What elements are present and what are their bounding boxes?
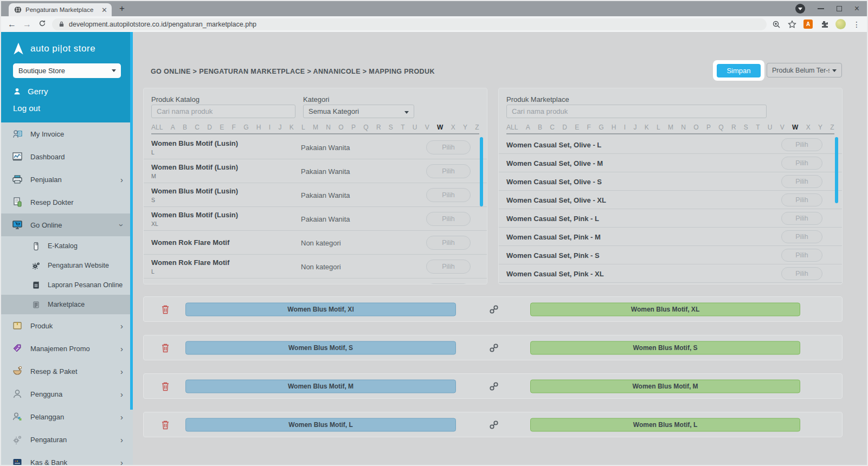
catalog-mapped-pill[interactable]: Women Blus Motif, S	[185, 341, 456, 354]
profile-avatar[interactable]	[835, 19, 846, 29]
alphabet-letter-b[interactable]: B	[183, 124, 187, 131]
alphabet-letter-h[interactable]: H	[612, 124, 616, 131]
sidebar-item-produk[interactable]: Produk ›	[1, 314, 133, 337]
marketplace-mapped-pill[interactable]: Women Blus Motif, M	[530, 379, 800, 393]
pilih-button[interactable]: Pilih	[426, 164, 471, 178]
catalog-mapped-pill[interactable]: Women Blus Motif, Xl	[185, 302, 456, 316]
alphabet-letter-u[interactable]: U	[413, 124, 417, 131]
alphabet-letter-f[interactable]: F	[587, 124, 591, 131]
alphabet-letter-v[interactable]: V	[780, 124, 785, 131]
alphabet-letter-x[interactable]: X	[451, 124, 455, 131]
alphabet-letter-q[interactable]: Q	[718, 124, 723, 131]
marketplace-mapped-pill[interactable]: Women Blus Motif, XL	[530, 302, 800, 316]
alphabet-letter-s[interactable]: S	[389, 124, 393, 131]
tab-close-icon[interactable]: ✕	[101, 6, 107, 14]
pilih-button[interactable]: Pilih	[781, 138, 822, 151]
pilih-button[interactable]: Pilih	[781, 249, 822, 262]
browser-update-icon[interactable]	[795, 4, 805, 14]
delete-mapping-icon[interactable]	[161, 420, 170, 430]
logout-link[interactable]: Log out	[1, 96, 133, 113]
alphabet-letter-c[interactable]: C	[550, 124, 555, 131]
alphabet-letter-o[interactable]: O	[338, 124, 343, 131]
pilih-button[interactable]: Pilih	[781, 212, 822, 225]
category-dropdown[interactable]: Semua Kategori	[303, 105, 414, 118]
sidebar-item-pelanggan[interactable]: Pelanggan ›	[1, 405, 133, 428]
bookmark-star-icon[interactable]	[788, 20, 796, 29]
catalog-mapped-pill[interactable]: Women Blus Motif, L	[185, 418, 456, 431]
alphabet-letter-a[interactable]: A	[526, 124, 530, 131]
alphabet-letter-r[interactable]: R	[376, 124, 381, 131]
alphabet-letter-e[interactable]: E	[220, 124, 224, 131]
pilih-button[interactable]: Pilih	[426, 260, 471, 274]
alphabet-letter-k[interactable]: K	[290, 124, 294, 131]
alphabet-letter-u[interactable]: U	[768, 124, 773, 131]
window-close-button[interactable]: ×	[854, 4, 859, 13]
alphabet-letter-e[interactable]: E	[575, 124, 579, 131]
sidebar-item-laporan-pesanan-online[interactable]: Laporan Pesanan Online	[1, 275, 133, 295]
marketplace-mapped-pill[interactable]: Women Blus Motif, L	[530, 418, 800, 431]
extensions-puzzle-icon[interactable]	[820, 20, 828, 29]
alphabet-letter-t[interactable]: T	[401, 124, 404, 131]
forward-button[interactable]: →	[20, 20, 35, 29]
alphabet-letter-z[interactable]: Z	[830, 124, 834, 131]
marketplace-list-scrollbar[interactable]	[835, 137, 838, 203]
pilih-button[interactable]: Pilih	[426, 188, 471, 202]
alphabet-letter-l[interactable]: L	[657, 124, 660, 131]
pilih-button[interactable]: Pilih	[781, 267, 822, 280]
sidebar-item-kas-bank[interactable]: Kas & Bank ›	[1, 451, 133, 466]
browser-menu-icon[interactable]: ⋮	[853, 20, 860, 29]
save-button[interactable]: Simpan	[717, 64, 761, 77]
pilih-button[interactable]: Pilih	[781, 230, 822, 243]
marketplace-mapped-pill[interactable]: Women Blus Motif, S	[530, 341, 800, 354]
alphabet-letter-t[interactable]: T	[756, 124, 760, 131]
catalog-mapped-pill[interactable]: Women Blus Motif, M	[185, 379, 456, 393]
sidebar-item-penjualan[interactable]: Penjualan ›	[1, 168, 133, 191]
alphabet-letter-p[interactable]: P	[706, 124, 711, 131]
alphabet-letter-w[interactable]: W	[792, 124, 798, 131]
alphabet-letter-c[interactable]: C	[195, 124, 200, 131]
marketplace-search-input[interactable]	[506, 105, 767, 118]
sidebar-item-pengaturan-website[interactable]: Pengaturan Website	[1, 256, 133, 275]
alphabet-letter-o[interactable]: O	[693, 124, 698, 131]
alphabet-letter-i[interactable]: I	[624, 124, 626, 131]
back-button[interactable]: ←	[4, 20, 20, 29]
pilih-button[interactable]: Pilih	[781, 193, 822, 206]
alphabet-letter-p[interactable]: P	[351, 124, 356, 131]
window-minimize-button[interactable]	[818, 8, 824, 9]
sidebar-item-go-online[interactable]: Go Online ›	[1, 213, 133, 236]
pilih-button[interactable]: Pilih	[781, 175, 822, 188]
delete-mapping-icon[interactable]	[161, 305, 170, 314]
sidebar-item-my-invoice[interactable]: My Invoice	[1, 122, 133, 145]
alphabet-letter-i[interactable]: I	[269, 124, 271, 131]
address-bar[interactable]: development.autopilotstore.co.id/pengatu…	[52, 18, 767, 30]
alphabet-letter-g[interactable]: G	[243, 124, 248, 131]
alphabet-letter-s[interactable]: S	[744, 124, 748, 131]
pilih-button[interactable]: Pilih	[426, 212, 471, 226]
alphabet-letter-z[interactable]: Z	[475, 124, 479, 131]
alphabet-letter-y[interactable]: Y	[818, 124, 822, 131]
alphabet-letter-n[interactable]: N	[326, 124, 331, 131]
alphabet-letter-a[interactable]: A	[171, 124, 175, 131]
zoom-icon[interactable]	[772, 20, 781, 29]
alphabet-letter-v[interactable]: V	[425, 124, 429, 131]
alphabet-letter-w[interactable]: W	[437, 124, 443, 131]
delete-mapping-icon[interactable]	[161, 381, 170, 391]
catalog-list-scrollbar[interactable]	[480, 137, 483, 206]
alphabet-letter-all[interactable]: ALL	[151, 124, 163, 131]
alphabet-letter-b[interactable]: B	[538, 124, 542, 131]
alphabet-letter-r[interactable]: R	[731, 124, 736, 131]
alphabet-letter-g[interactable]: G	[599, 124, 603, 131]
sidebar-item-e-katalog[interactable]: E-Katalog	[1, 236, 133, 256]
shopping-extension-icon[interactable]: A	[803, 20, 813, 29]
sidebar-item-pengguna[interactable]: Pengguna ›	[1, 383, 133, 405]
alphabet-letter-h[interactable]: H	[256, 124, 261, 131]
alphabet-letter-d[interactable]: D	[207, 124, 212, 131]
catalog-search-input[interactable]	[151, 105, 295, 118]
sidebar-item-dashboard[interactable]: Dashboard	[1, 145, 133, 168]
alphabet-letter-m[interactable]: M	[668, 124, 673, 131]
pilih-button[interactable]: Pilih	[426, 283, 471, 284]
delete-mapping-icon[interactable]	[161, 343, 170, 353]
sidebar-item-resep-paket[interactable]: Resep & Paket ›	[1, 360, 133, 383]
sidebar-item-pengaturan[interactable]: Pengaturan ›	[1, 428, 133, 451]
alphabet-letter-j[interactable]: J	[278, 124, 281, 131]
